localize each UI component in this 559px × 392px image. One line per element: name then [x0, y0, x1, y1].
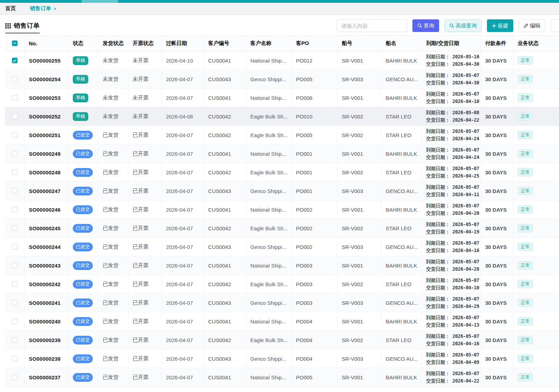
row-checkbox[interactable]	[12, 319, 18, 324]
table-row[interactable]: SO00000248已提交已发货已开票2026-04-07CUS0042Eagl…	[5, 163, 559, 182]
table-row[interactable]: SO00000243已提交已发货已开票2026-04-07CUS0041Nati…	[5, 256, 559, 275]
row-checkbox[interactable]	[12, 337, 18, 343]
business-status-cell: 正常	[513, 200, 559, 219]
row-checkbox[interactable]	[12, 281, 18, 287]
column-header-payment-terms[interactable]: 付款条件	[481, 36, 513, 51]
payment-terms: 30 DAYS	[481, 219, 513, 237]
row-checkbox[interactable]	[12, 356, 18, 361]
row-checkbox[interactable]	[12, 95, 18, 101]
table-row[interactable]: SO00000249已提交已发货已开票2026-04-07CUS0041Nati…	[5, 144, 559, 163]
customer-no: CUS0043	[204, 238, 246, 256]
column-header-posting-date[interactable]: 过帐日期	[162, 36, 204, 51]
table-row[interactable]: SO00000237已提交已发货已开票2026-04-07CUS0041Nati…	[5, 368, 559, 387]
due-date-label: 到期日期：	[426, 128, 450, 135]
row-checkbox[interactable]	[12, 263, 18, 268]
customer-po: PO002	[292, 238, 338, 256]
table-row[interactable]: SO00000239已提交已发货已开票2026-04-07CUS0042Eagl…	[5, 331, 559, 349]
due-delivery-lines: 到期日期：2026-05-07交货日期：2026-04-24	[426, 128, 479, 142]
column-header-status[interactable]: 状态	[69, 36, 98, 51]
business-status-badge: 正常	[518, 354, 533, 363]
delete-button-partial[interactable]	[551, 19, 559, 32]
row-checkbox-cell	[5, 200, 25, 219]
customer-no: CUS0042	[204, 275, 246, 293]
create-button[interactable]: 新建	[487, 19, 513, 32]
column-header-customer-no[interactable]: 客户编号	[204, 36, 246, 51]
customer-name: Eagle Bulk Sh...	[246, 107, 292, 126]
plus-icon	[492, 24, 496, 28]
advanced-query-button[interactable]: 高级查询	[444, 19, 482, 32]
table-row[interactable]: SO00000244已提交已发货已开票2026-04-07CUS0043Genc…	[5, 238, 559, 256]
row-checkbox[interactable]	[12, 374, 18, 380]
delivery-date-value: 2026-04-22	[452, 117, 479, 123]
table-row[interactable]: SO00000252草稿未发货未开票2026-04-08CUS0042Eagle…	[5, 107, 559, 126]
status-badge: 草稿	[73, 75, 88, 84]
customer-name: Genco Shippi...	[246, 294, 292, 312]
status-badge: 已提交	[73, 224, 93, 233]
invoice-status: 已开票	[128, 126, 162, 144]
column-header-ship-status[interactable]: 发货状态	[98, 36, 128, 51]
table-row[interactable]: SO00000253草稿未发货未开票2026-04-07CUS0041Natio…	[5, 89, 559, 107]
business-status-badge: 正常	[518, 336, 533, 344]
due-date-line: 到期日期：2026-05-07	[426, 166, 479, 172]
tab-home[interactable]: 首页	[5, 5, 16, 12]
table-row[interactable]: SO00000247已提交已发货已开票2026-04-07CUS0043Genc…	[5, 182, 559, 200]
row-checkbox[interactable]	[12, 132, 18, 138]
column-header-business-status[interactable]: 业务状态	[513, 36, 559, 51]
table-row[interactable]: SO00000240已提交已发货已开票2026-04-07CUS0041Nati…	[5, 312, 559, 331]
row-checkbox[interactable]	[12, 76, 18, 82]
due-delivery-lines: 到期日期：2026-05-10交货日期：2026-04-30	[426, 54, 479, 68]
due-date-value: 2026-05-07	[452, 352, 479, 358]
row-checkbox[interactable]	[12, 151, 18, 156]
table-row[interactable]: SO00000255草稿未发货未开票2026-04-10CUS0041Natio…	[5, 51, 559, 70]
table-row[interactable]: SO00000246已提交已发货已开票2026-04-07CUS0041Nati…	[5, 200, 559, 219]
edit-button[interactable]: 编辑	[519, 19, 545, 32]
table-row[interactable]: SO00000254草稿未发货未开票2026-04-07CUS0043Genco…	[5, 70, 559, 89]
table-row[interactable]: SO00000241已提交已发货已开票2026-04-07CUS0043Genc…	[5, 294, 559, 312]
column-header-customer-name[interactable]: 客户名称	[246, 36, 292, 51]
status-cell: 已提交	[69, 219, 98, 237]
customer-name: Eagle Bulk Sh...	[246, 275, 292, 293]
row-checkbox[interactable]	[12, 188, 18, 194]
row-checkbox[interactable]	[12, 169, 18, 175]
customer-no: CUS0043	[204, 182, 246, 200]
due-date-label: 到期日期：	[426, 91, 450, 97]
customer-po: PO005	[292, 70, 338, 88]
delivery-date-line: 交货日期：2026-04-28	[426, 266, 479, 272]
column-header-vessel-no[interactable]: 船号	[338, 36, 381, 51]
row-checkbox[interactable]	[12, 207, 18, 212]
vessel-name: STAR LEO	[381, 163, 422, 181]
query-button[interactable]: 查询	[412, 19, 439, 32]
select-all-checkbox-cell	[5, 36, 25, 51]
business-status-badge: 正常	[518, 224, 533, 232]
row-checkbox[interactable]	[12, 300, 18, 306]
invoice-status: 已开票	[128, 368, 162, 386]
customer-name: Eagle Bulk Sh...	[246, 219, 292, 237]
close-icon[interactable]: ×	[53, 6, 57, 11]
row-checkbox-cell	[5, 89, 25, 107]
table-row[interactable]: SO00000238已提交已发货已开票2026-04-07CUS0043Genc…	[5, 349, 559, 368]
column-header-vessel-name[interactable]: 船名	[381, 36, 422, 51]
due-delivery-lines: 到期日期：2026-05-07交货日期：2026-04-11	[426, 184, 479, 198]
order-no: SO00000243	[25, 256, 69, 275]
delivery-date-line: 交货日期：2026-04-22	[426, 117, 479, 123]
table-row[interactable]: SO00000245已提交已发货已开票2026-04-07CUS0042Eagl…	[5, 219, 559, 238]
table-row[interactable]: SO00000242已提交已发货已开票2026-04-07CUS0042Eagl…	[5, 275, 559, 294]
due-date-label: 到期日期：	[426, 371, 450, 377]
row-checkbox[interactable]	[12, 225, 18, 231]
table-row[interactable]: SO00000251已提交已发货已开票2026-04-07CUS0042Eagl…	[5, 126, 559, 144]
row-checkbox[interactable]	[12, 244, 18, 250]
delivery-date-value: 2026-04-28	[452, 266, 479, 272]
row-checkbox[interactable]	[12, 58, 18, 63]
top-accent-bar-light-segment	[82, 0, 118, 3]
column-header-customer-po[interactable]: 客PO	[292, 36, 338, 51]
column-header-invoice-status[interactable]: 开票状态	[128, 36, 162, 51]
due-date-line: 到期日期：2026-05-07	[426, 72, 479, 79]
column-header-due-delivery-date[interactable]: 到期/交货日期	[422, 36, 481, 51]
tab-sales-order[interactable]: 销售订单 ×	[30, 5, 57, 12]
select-all-checkbox[interactable]	[12, 40, 18, 46]
customer-po: PO001	[292, 182, 338, 200]
row-checkbox[interactable]	[12, 114, 18, 119]
column-header-no[interactable]: No.	[25, 36, 69, 51]
search-input[interactable]	[337, 19, 407, 32]
customer-no: CUS0043	[204, 70, 246, 88]
